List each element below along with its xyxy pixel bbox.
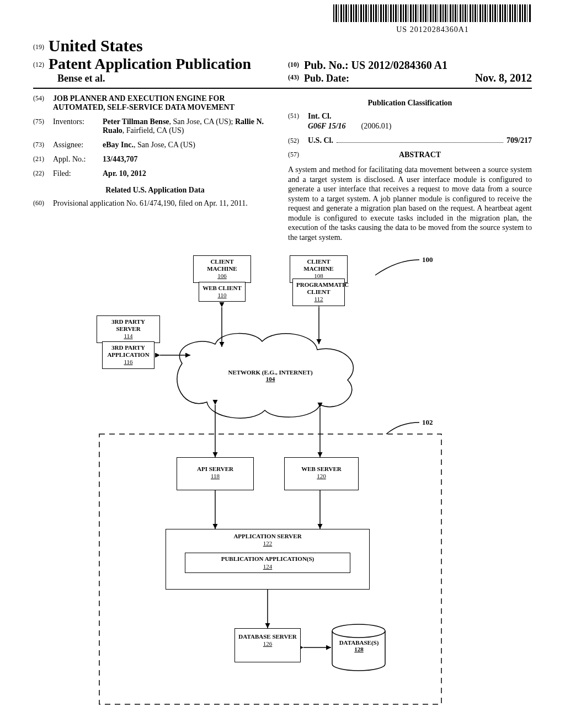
intcl-date: (2006.01) [361, 122, 392, 130]
ref-102: 102 [422, 418, 433, 427]
appl-value: 13/443,707 [103, 155, 277, 164]
pub-apps-label: PUBLICATION APPLICATION(S) [189, 555, 347, 563]
classification-heading: Publication Classification [288, 99, 532, 108]
kind-line: (12) Patent Application Publication [33, 55, 277, 73]
client-machine-1: CLIENT MACHINE 106 [193, 255, 251, 283]
invention-title: JOB PLANNER AND EXECUTION ENGINE FOR AUT… [53, 94, 277, 112]
filed-label: Filed: [53, 169, 103, 178]
country-line: (19) United States [33, 36, 277, 55]
inventor-1-loc: , San Jose, CA (US); [169, 117, 235, 126]
abstract-heading: ABSTRACT [308, 151, 532, 159]
uscl-value: 709/217 [507, 136, 532, 145]
databases: DATABASE(S) 128 [335, 639, 382, 652]
filed-code: (22) [33, 169, 53, 178]
dot-leader-icon [337, 137, 503, 143]
intcl-class-row: G06F 15/16 (2006.01) [288, 122, 532, 131]
web-server-label: WEB SERVER [288, 465, 355, 473]
third-party-application: 3RD PARTY APPLICATION 116 [102, 341, 154, 369]
svg-point-10 [332, 624, 385, 638]
inventors-value: Peter Tillman Bense, San Jose, CA (US); … [103, 117, 277, 135]
client-machine-1-label: CLIENT MACHINE [197, 258, 247, 272]
db-server-label: DATABASE SERVER [238, 633, 297, 640]
abstract-code: (57) [288, 151, 308, 159]
header-left: (19) United States (12) Patent Applicati… [33, 36, 277, 84]
title-row: (54) JOB PLANNER AND EXECUTION ENGINE FO… [33, 94, 277, 112]
intcl-label: Int. Cl. [308, 112, 532, 121]
authors-line: Bense et al. [33, 73, 277, 84]
publication-applications: PUBLICATION APPLICATION(S) 124 [185, 553, 350, 572]
ref-100: 100 [422, 255, 433, 264]
filed-value: Apr. 10, 2012 [103, 169, 277, 178]
pub-date-line: (43) Pub. Date: Nov. 8, 2012 [288, 72, 532, 84]
title-code: (54) [33, 94, 53, 112]
database-server: DATABASE SERVER 126 [234, 628, 301, 662]
network-label: NETWORK (E.G., INTERNET) 104 [215, 369, 326, 382]
patent-page: US 20120284360A1 (19) United States (12)… [0, 0, 565, 716]
pub-no-line: (10) Pub. No.: US 2012/0284360 A1 [288, 59, 532, 72]
app-server-label: APPLICATION SERVER [169, 533, 366, 540]
programmatic-client: PROGRAMMATIC CLIENT 112 [292, 279, 345, 306]
provisional-row: (60) Provisional application No. 61/474,… [33, 199, 277, 208]
network-num: 104 [266, 376, 275, 382]
appl-code: (21) [33, 155, 53, 164]
barcode-area: US 20120284360A1 [33, 4, 532, 34]
network-text: NETWORK (E.G., INTERNET) [228, 369, 312, 376]
app-server-num: 122 [169, 540, 366, 547]
intcl-code: (51) [288, 112, 308, 121]
assignee-label: Assignee: [53, 141, 103, 149]
third-party-server-num: 114 [100, 333, 156, 340]
right-column: Publication Classification (51) Int. Cl.… [288, 94, 532, 242]
pub-no: US 2012/0284360 A1 [351, 59, 447, 71]
third-party-server: 3RD PARTY SERVER 114 [97, 315, 160, 343]
appl-row: (21) Appl. No.: 13/443,707 [33, 155, 277, 164]
header: (19) United States (12) Patent Applicati… [33, 36, 532, 89]
biblio: (54) JOB PLANNER AND EXECUTION ENGINE FO… [33, 94, 532, 242]
uscl-row: (52) U.S. Cl. 709/217 [288, 136, 532, 145]
web-client-num: 110 [202, 292, 242, 299]
filed-row: (22) Filed: Apr. 10, 2012 [33, 169, 277, 178]
client-machine-2-label: CLIENT MACHINE [294, 258, 344, 272]
application-server: APPLICATION SERVER 122 PUBLICATION APPLI… [166, 529, 370, 590]
web-client-label: WEB CLIENT [202, 285, 242, 292]
inventors-label: Inventors: [53, 117, 103, 135]
client-machine-1-num: 106 [197, 272, 247, 280]
abstract-heading-row: (57) ABSTRACT [288, 151, 532, 159]
related-heading: Related U.S. Application Data [33, 186, 277, 195]
assignee-code: (73) [33, 141, 53, 149]
kind-code: (12) [33, 61, 44, 68]
barcode-icon [333, 4, 532, 22]
uscl-code: (52) [288, 137, 308, 145]
third-party-app-label: 3RD PARTY APPLICATION [106, 344, 151, 358]
pub-date-code: (43) [288, 73, 299, 81]
left-column: (54) JOB PLANNER AND EXECUTION ENGINE FO… [33, 94, 277, 242]
assignee-row: (73) Assignee: eBay Inc., San Jose, CA (… [33, 141, 277, 149]
prog-client-label: PROGRAMMATIC CLIENT [296, 281, 341, 296]
intcl-row: (51) Int. Cl. [288, 112, 532, 121]
pub-apps-num: 124 [189, 563, 347, 570]
api-server: API SERVER 118 [177, 457, 254, 490]
barcode-text: US 20120284360A1 [333, 25, 532, 34]
figure: 100 102 CLIENT MACHINE 106 WEB CLIENT 11… [33, 253, 532, 705]
assignee-value: eBay Inc., San Jose, CA (US) [103, 141, 277, 149]
provisional-text: Provisional application No. 61/474,190, … [53, 199, 277, 208]
abstract-text: A system and method for facilitating dat… [288, 165, 532, 242]
country-name: United States [49, 36, 143, 55]
third-party-server-label: 3RD PARTY SERVER [100, 318, 156, 333]
api-server-num: 118 [180, 473, 250, 480]
databases-num: 128 [354, 646, 364, 652]
pub-no-code: (10) [288, 61, 299, 68]
api-server-label: API SERVER [180, 465, 250, 473]
kind-label: Patent Application Publication [49, 55, 251, 72]
assignee-loc: , San Jose, CA (US) [134, 141, 195, 149]
provisional-code: (60) [33, 199, 53, 208]
prog-client-num: 112 [296, 296, 341, 303]
pub-date: Nov. 8, 2012 [475, 72, 532, 84]
third-party-app-num: 116 [106, 358, 151, 366]
web-server: WEB SERVER 120 [284, 457, 359, 490]
intcl-class: G06F 15/16 [308, 122, 346, 130]
inventors-row: (75) Inventors: Peter Tillman Bense, San… [33, 117, 277, 135]
assignee-name: eBay Inc. [103, 141, 134, 149]
pub-no-label: Pub. No.: [304, 59, 349, 71]
inventor-2-loc: , Fairfield, CA (US) [122, 126, 184, 135]
web-server-num: 120 [288, 473, 355, 480]
